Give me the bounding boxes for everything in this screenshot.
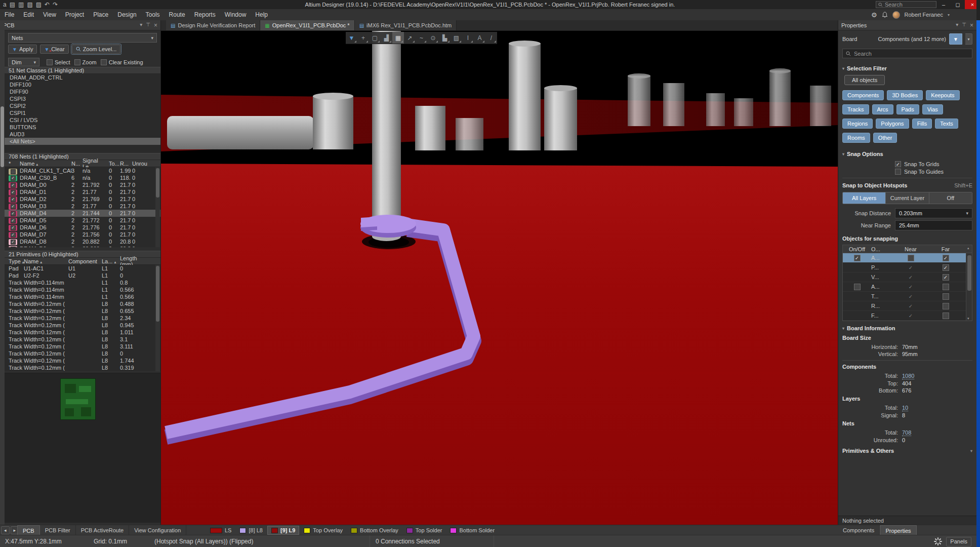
panel-edge-scrollbar[interactable] [0,20,5,525]
selection-box-icon[interactable]: ▢ [369,32,381,44]
option-checkbox[interactable]: Zoom [74,59,97,65]
filter-dropdown-button[interactable]: ▾ [965,33,972,45]
net-visibility-checkbox[interactable]: ✓ [11,232,16,238]
via-icon[interactable]: ⊙ [427,32,439,44]
polygon-icon[interactable]: ▙ [439,32,451,44]
maximize-button[interactable]: ◻ [951,0,965,9]
primitives-others-section[interactable]: Primitives & Others ▾ [838,444,976,457]
net-row[interactable]: DRAM_CLK1_T_CAP 3 n/a 0 1.99 0 [5,167,160,174]
primitive-row[interactable]: Track Width=0.114mm L1 0.566 [5,293,160,300]
column-header[interactable]: N... [71,161,83,167]
properties-search-input[interactable]: Search [842,49,972,58]
column-header[interactable]: R... [120,161,132,167]
net-class-item[interactable]: CSPI3 [5,95,160,102]
menu-item[interactable]: Place [89,11,113,18]
on-off-checkbox[interactable] [854,303,861,309]
menu-item[interactable]: Design [113,11,141,18]
clear-button[interactable]: ▼×Clear [40,45,68,54]
column-header[interactable]: Far [929,246,962,252]
on-off-checkbox[interactable] [854,274,861,281]
filter-type-button[interactable]: Other [873,133,897,143]
close-icon[interactable]: × [970,22,973,29]
signed-in-user[interactable]: Robert Feranec [905,12,943,18]
nets-scrollbar[interactable] [155,167,160,247]
altium-logo-icon[interactable]: a [3,1,7,8]
net-row[interactable]: ✓ DRAM_D5 2 21.772 0 21.7 0 [5,217,160,224]
document-tab[interactable]: ▤ Design Rule Verification Report [166,20,260,30]
menu-item[interactable]: View [38,11,61,18]
panel-tab[interactable]: PCB [17,525,40,535]
near-checkbox[interactable]: ✓ [908,264,914,271]
net-class-item[interactable]: CSPI2 [5,102,160,109]
net-visibility-checkbox[interactable]: ✓ [11,225,16,230]
primitive-row[interactable]: Track Width=0.114mm L1 0.8 [5,279,160,286]
near-checkbox[interactable]: ✓ [908,312,914,319]
layer-tab[interactable]: [8] L8 [236,526,266,534]
far-checkbox[interactable]: ✓ [943,264,949,271]
primitive-row[interactable]: Track Width=0.114mm L1 0.566 [5,286,160,293]
chevron-down-icon[interactable]: ▾ [956,22,958,29]
panel-tab[interactable]: Components [838,525,880,535]
redo-icon[interactable]: ↷ [53,1,58,8]
text-icon[interactable]: A [474,32,485,44]
open-project-icon[interactable]: ▨ [36,1,42,8]
near-checkbox[interactable]: ✓ [908,293,914,300]
mode-button[interactable]: Off [929,192,972,204]
net-visibility-checkbox[interactable]: ✓ [11,211,16,216]
snapping-row[interactable]: V... ✓ ✓ [843,272,972,282]
net-visibility-checkbox[interactable]: ✓ [11,190,16,195]
filter-toggle-button[interactable]: ▼ [949,33,962,45]
net-class-item[interactable]: DRAM_ADDR_CTRL [5,74,160,81]
snap-distance-dropdown[interactable]: 0.203mm ▾ [895,208,972,218]
board-preview-thumbnail[interactable] [60,378,96,420]
near-checkbox[interactable]: ✓ [908,303,914,309]
net-row[interactable]: ✓ DRAM_CS0_B 6 n/a 0 118. 0 [5,174,160,181]
net-class-item[interactable]: <All Nets> [5,138,160,145]
net-visibility-checkbox[interactable]: ✓ [11,197,16,202]
net-class-item[interactable]: AUD3 [5,131,160,138]
net-row[interactable]: ✓ DRAM_D2 2 21.769 0 21.7 0 [5,196,160,203]
menu-item[interactable]: Project [61,11,89,18]
column-header[interactable]: Name [24,258,68,264]
snap-to-guides-checkbox[interactable]: Snap To Guides [895,169,972,175]
net-visibility-checkbox[interactable]: ✓ [11,183,16,188]
snapping-row[interactable]: F... ✓ [843,311,972,321]
avatar[interactable] [892,11,900,19]
zoom-level-button[interactable]: Zoom Level... [72,45,121,54]
net-visibility-checkbox[interactable]: ✓ [11,218,16,223]
document-tab[interactable]: ▦ OpenRex_V1I1_PCB.PcbDoc * [260,20,354,30]
net-row[interactable]: ✓ DRAM_D0 2 21.792 0 21.7 0 [5,181,160,188]
primitive-row[interactable]: Track Width=0.12mm ( L8 0.319 [5,364,160,371]
save-all-icon[interactable]: ▥ [18,1,24,8]
filter-type-button[interactable]: Regions [842,119,873,129]
on-off-checkbox[interactable]: ✓ [854,255,861,261]
filter-type-button[interactable]: Rooms [842,133,870,143]
bell-icon[interactable] [882,12,888,18]
all-objects-button[interactable]: All objects [844,75,885,85]
undo-icon[interactable]: ↶ [45,1,50,8]
menu-item[interactable]: Help [251,11,272,18]
layer-tab[interactable]: Top Overlay [300,526,346,534]
far-checkbox[interactable] [943,284,949,290]
primitives-scrollbar[interactable] [155,265,160,371]
region-icon[interactable]: ▨ [451,32,462,44]
filter-type-button[interactable]: Polygons [876,119,909,129]
far-checkbox[interactable]: ✓ [943,255,949,261]
column-header[interactable]: Near [892,246,929,252]
menu-item[interactable]: File [0,11,19,18]
panel-tab[interactable]: PCB Filter [40,525,76,535]
filter-type-button[interactable]: Vias [922,104,943,114]
minimize-button[interactable]: – [936,0,951,9]
primitive-row[interactable]: Track Width=0.12mm ( L8 0 [5,350,160,357]
column-header[interactable]: Name [20,161,71,167]
option-checkbox[interactable]: Clear Existing [101,59,143,65]
snap-options-section[interactable]: ▾ Snap Options [838,147,976,160]
near-checkbox[interactable] [908,255,914,261]
panel-tab[interactable]: View Configuration [129,525,186,535]
on-off-checkbox[interactable] [854,284,861,290]
net-visibility-checkbox[interactable]: ✓ [11,247,16,247]
layer-tab[interactable]: Top Solder [403,526,446,534]
column-header[interactable]: Unroute... [132,161,147,167]
filter-type-button[interactable]: Tracks [842,104,869,114]
filter-type-button[interactable]: Pads [896,104,919,114]
